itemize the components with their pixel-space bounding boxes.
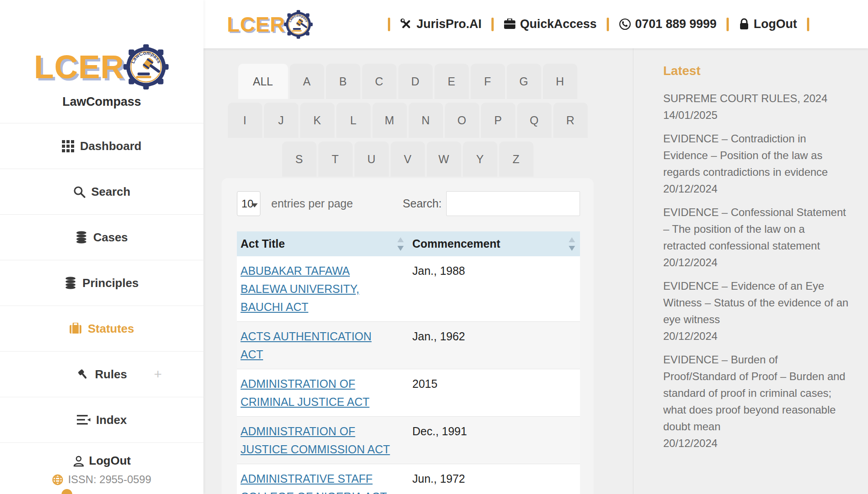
search-label: Search: (403, 197, 442, 210)
filter-letter-button[interactable]: T (318, 141, 353, 177)
table-controls: 10 entries per page Search: (237, 191, 580, 216)
database-icon (65, 277, 76, 289)
search-icon (73, 186, 85, 198)
filter-letter-button[interactable]: Q (517, 103, 552, 138)
latest-item-date: 14/01/2025 (663, 107, 849, 123)
filter-letter-button[interactable]: L (336, 103, 371, 138)
sidebar-item-label: Cases (93, 231, 128, 245)
filter-letter-button[interactable]: B (326, 64, 360, 99)
latest-item-title[interactable]: EVIDENCE – Burden of Proof/Standard of P… (663, 351, 849, 435)
sidebar-item-label: Search (91, 185, 131, 199)
commencement-cell: 2015 (409, 369, 580, 417)
nav-label: QuickAccess (520, 17, 597, 31)
sidebar-logout-label: LogOut (89, 454, 131, 468)
sidebar-item-search[interactable]: Search (0, 169, 203, 214)
filter-letter-button[interactable]: I (228, 103, 262, 138)
nav-phone[interactable]: 0701 889 9999 (619, 17, 717, 31)
sidebar-logout[interactable]: LogOut (0, 454, 203, 468)
sidebar-item-cases[interactable]: Cases (0, 214, 203, 260)
act-title-link[interactable]: ADMINISTRATIVE STAFF COLLEGE OF NIGERIA … (241, 472, 387, 494)
nav-jurispro[interactable]: JurisPro.AI (400, 17, 481, 31)
sidebar-item-label: Index (96, 413, 127, 427)
entries-per-page-select[interactable]: 10 (237, 191, 260, 216)
brand-tagline: LawCompass (0, 95, 203, 109)
filter-letter-button[interactable]: A (290, 64, 324, 99)
filter-letter-button[interactable]: Y (463, 141, 497, 177)
sidebar-item-principles[interactable]: Principles (0, 260, 203, 306)
table-search-input[interactable] (446, 191, 580, 216)
filter-letter-button[interactable]: J (264, 103, 298, 138)
filter-letter-button[interactable]: E (434, 64, 469, 99)
header-emblem-icon: LawCompass (283, 9, 313, 39)
column-header-act-title[interactable]: Act Title (237, 231, 409, 256)
sidebar-item-dashboard[interactable]: Dashboard (0, 123, 203, 169)
latest-sidebar: Latest SUPREME COURT RULES, 2024 14/01/2… (633, 48, 868, 494)
filter-letter-button[interactable]: H (543, 64, 577, 99)
table-row: ACTS AUTHENTICATION ACT Jan., 1962 (237, 322, 580, 369)
nav-separator (807, 18, 809, 31)
act-title-link[interactable]: ACTS AUTHENTICATION ACT (241, 330, 372, 361)
commencement-cell: Dec., 1991 (409, 417, 580, 464)
filter-letter-button[interactable]: U (354, 141, 389, 177)
act-title-link[interactable]: ADMINISTRATION OF JUSTICE COMMISSION ACT (241, 425, 390, 456)
sidebar-item-rules[interactable]: Rules + (0, 351, 203, 397)
nav-quickaccess[interactable]: QuickAccess (504, 17, 597, 31)
header-nav: JurisPro.AI QuickAccess (388, 17, 809, 31)
filter-letter-button[interactable]: G (507, 64, 541, 99)
sort-arrows-icon[interactable] (568, 236, 576, 252)
filter-letter-button[interactable]: K (300, 103, 335, 138)
filter-letter-button[interactable]: D (398, 64, 433, 99)
act-title-link[interactable]: ADMINISTRATION OF CRIMINAL JUSTICE ACT (241, 377, 369, 408)
whatsapp-icon (619, 18, 631, 30)
alphabet-filter-row-1: ALL A B C D E F G H (222, 64, 594, 99)
briefcase-icon (504, 19, 516, 30)
brand-logo-text: LCER (34, 51, 124, 83)
acts-table-panel: 10 entries per page Search: Act Ti (222, 178, 594, 494)
sidebar-issn-label: ISSN: 2955-0599 (68, 473, 151, 486)
sort-arrows-icon[interactable] (397, 236, 404, 252)
filter-letter-button[interactable]: Z (499, 141, 533, 177)
latest-item-date: 20/12/2024 (663, 180, 849, 197)
filter-letter-button[interactable]: N (409, 103, 443, 138)
brand-emblem-icon: LawCompass (123, 43, 170, 90)
nav-logout[interactable]: LogOut (739, 17, 797, 31)
filter-letter-button[interactable]: O (445, 103, 479, 138)
filter-all-button[interactable]: ALL (238, 64, 288, 99)
filter-letter-button[interactable]: S (282, 141, 316, 177)
filter-letter-button[interactable]: C (362, 64, 396, 99)
table-row: ADMINISTRATION OF CRIMINAL JUSTICE ACT 2… (237, 369, 580, 417)
expand-plus-icon[interactable]: + (154, 367, 162, 382)
latest-item-title[interactable]: EVIDENCE – Evidence of an Eye Witness – … (663, 278, 849, 328)
alphabet-filter-row-3: S T U V W Y Z (222, 141, 594, 177)
latest-item-title[interactable]: SUPREME COURT RULES, 2024 (663, 90, 849, 107)
nav-label: LogOut (754, 17, 797, 31)
lawcompass-app: LCER (0, 0, 868, 494)
latest-item-title[interactable]: EVIDENCE – Contradiction in Evidence – P… (663, 130, 849, 180)
commencement-cell: Jun., 1972 (409, 464, 580, 494)
latest-item: EVIDENCE – Confessional Statement – The … (663, 204, 849, 271)
latest-item-title[interactable]: EVIDENCE – Confessional Statement – The … (663, 204, 849, 254)
filter-letter-button[interactable]: M (373, 103, 407, 138)
filter-letter-button[interactable]: W (427, 141, 461, 177)
latest-item: EVIDENCE – Evidence of an Eye Witness – … (663, 278, 849, 344)
latest-item-date: 20/12/2024 (663, 328, 849, 344)
tools-icon (400, 18, 412, 30)
latest-item: EVIDENCE – Contradiction in Evidence – P… (663, 130, 849, 197)
sidebar: LCER (0, 0, 203, 494)
table-row: ADMINISTRATION OF JUSTICE COMMISSION ACT… (237, 417, 580, 464)
brand-logo: LCER (0, 43, 203, 90)
sidebar-item-index[interactable]: Index (0, 397, 203, 443)
header-logo-text: LCER (227, 14, 285, 35)
column-header-commencement[interactable]: Commencement (409, 231, 580, 256)
filter-letter-button[interactable]: P (481, 103, 515, 138)
act-title-link[interactable]: ABUBAKAR TAFAWA BALEWA UNIVERSITY, BAUCH… (241, 264, 359, 313)
filter-letter-button[interactable]: R (553, 103, 588, 138)
briefcase-icon (69, 323, 82, 334)
filter-letter-button[interactable]: F (471, 64, 505, 99)
header-logo[interactable]: LCER LawCompass (227, 9, 313, 39)
sidebar-item-label: Rules (95, 367, 127, 381)
latest-item: SUPREME COURT RULES, 2024 14/01/2025 (663, 90, 849, 123)
footer-partial-icon (61, 489, 72, 494)
filter-letter-button[interactable]: V (391, 141, 425, 177)
sidebar-item-statutes[interactable]: Statutes (0, 306, 203, 351)
